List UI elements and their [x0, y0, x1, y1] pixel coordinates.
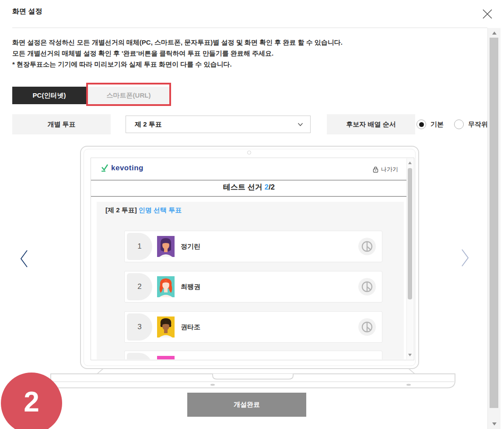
candidate-order-radios: 기본 무작위	[416, 114, 494, 134]
modal-scrollbar[interactable]	[487, 28, 500, 429]
tab-pc-label: PC(인터넷)	[33, 91, 66, 100]
candidate-name: 최팽권	[181, 271, 200, 302]
candidate-avatar	[157, 356, 175, 359]
screen-settings-modal: 화면 설정 화면 설정은 작성하신 모든 개별선거의 매체(PC, 스마트폰, …	[0, 0, 504, 429]
candidate-avatar	[157, 276, 175, 297]
modal-scrollbar-thumb[interactable]	[490, 38, 498, 408]
ballot-section-title: 인명 선택 투표	[139, 206, 182, 214]
step-number: 2	[24, 386, 39, 418]
candidate-number: 1	[127, 233, 152, 260]
candidate-row[interactable]: 2 최팽권	[124, 271, 382, 302]
ballot-select-label: 개별 투표	[12, 114, 111, 134]
open-complete-button[interactable]: 개설완료	[187, 393, 306, 417]
candidate-order-label: 후보자 배열 순서	[327, 114, 415, 134]
candidate-row[interactable]: 1 정기린	[124, 231, 382, 262]
vote-preview-screen: kevoting 나가기 테스트 선거 2/2 [제 2 투표] 인명 선택 투…	[91, 158, 414, 360]
radio-basic[interactable]	[416, 120, 426, 129]
vote-stamp-icon[interactable]	[358, 318, 376, 336]
candidate-number: 3	[127, 313, 152, 341]
kevoting-logo: kevoting	[100, 164, 144, 172]
candidate-name: 정기린	[181, 231, 200, 262]
intro-line-2: 모든 개별선거의 매체별 설정 확인 후 '완료'버튼을 클릭하여 투표 만들기…	[12, 49, 273, 58]
preview-divider-bottom	[91, 196, 407, 197]
scroll-down-icon[interactable]	[492, 422, 497, 425]
radio-basic-dot	[419, 122, 424, 127]
exit-button[interactable]: 나가기	[373, 165, 398, 173]
preview-scrollbar-thumb[interactable]	[408, 168, 412, 299]
candidate-avatar	[157, 316, 175, 338]
preview-divider-top	[91, 180, 407, 180]
election-title: 테스트 선거 2/2	[91, 182, 407, 192]
election-title-text: 테스트 선거	[223, 183, 262, 191]
kevoting-logo-icon	[100, 164, 109, 172]
candidate-row[interactable]: 3 권타조	[124, 311, 382, 343]
candidate-row[interactable]	[124, 351, 382, 359]
ballot-section-tag: [제 2 투표]	[105, 206, 137, 214]
page-title: 화면 설정	[12, 7, 42, 16]
annotation-highlight-box	[86, 83, 171, 106]
vote-stamp-icon[interactable]	[358, 278, 376, 295]
ballot-section-header: [제 2 투표] 인명 선택 투표	[105, 206, 182, 214]
step-number-badge: 2	[1, 373, 62, 429]
exit-button-label: 나가기	[381, 165, 398, 173]
ballot-select-label-text: 개별 투표	[47, 120, 75, 129]
close-icon[interactable]	[481, 8, 494, 20]
radio-basic-label: 기본	[430, 120, 444, 129]
candidate-avatar	[157, 236, 175, 257]
prev-arrow-icon[interactable]	[18, 249, 31, 269]
election-page-current: 2	[264, 183, 268, 191]
preview-scrollbar[interactable]	[406, 158, 413, 359]
open-complete-label: 개설완료	[234, 401, 260, 409]
ballot-panel: [제 2 투표] 인명 선택 투표 1 정기린	[97, 202, 404, 359]
next-arrow-icon[interactable]	[458, 248, 472, 268]
election-page-total: /2	[269, 183, 275, 191]
candidate-name: 권타조	[181, 312, 200, 342]
candidate-number: 2	[127, 273, 152, 300]
intro-line-1: 화면 설정은 작성하신 모든 개별선거의 매체(PC, 스마트폰, 문자투표)별…	[12, 39, 343, 47]
scroll-down-icon[interactable]	[408, 354, 412, 356]
chevron-down-icon	[298, 121, 303, 128]
ballot-dropdown-value: 제 2 투표	[135, 120, 162, 129]
header-divider	[12, 28, 487, 28]
intro-line-3: * 현장투표소는 기기에 따라 미리보기와 실제 투표 화면이 다를 수 있습니…	[12, 60, 232, 69]
candidate-number	[127, 353, 152, 359]
candidate-order-label-text: 후보자 배열 순서	[346, 120, 396, 129]
tab-pc-internet[interactable]: PC(인터넷)	[12, 87, 86, 104]
radio-random-label: 무작위	[468, 120, 488, 129]
scroll-up-icon[interactable]	[408, 162, 412, 164]
radio-random[interactable]	[454, 120, 464, 129]
lock-icon	[373, 166, 378, 173]
ballot-dropdown[interactable]: 제 2 투표	[126, 116, 311, 133]
laptop-camera-dot	[247, 151, 251, 155]
kevoting-logo-text: kevoting	[111, 164, 144, 172]
scroll-up-icon[interactable]	[492, 32, 497, 35]
laptop-base	[47, 368, 458, 394]
vote-stamp-icon[interactable]	[358, 238, 376, 255]
